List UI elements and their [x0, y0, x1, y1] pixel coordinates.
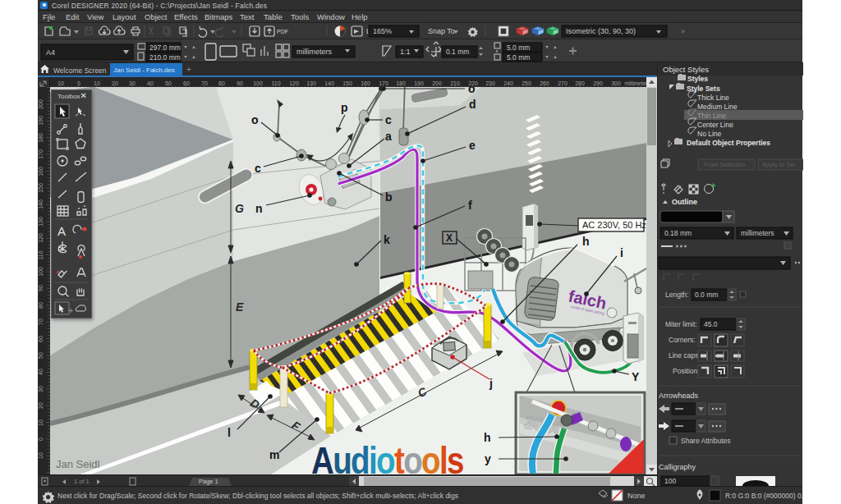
svg-text:100: 100 — [253, 80, 263, 86]
svg-text:y: y — [485, 452, 491, 465]
svg-text:0: 0 — [77, 80, 80, 86]
svg-text:180: 180 — [38, 133, 44, 143]
svg-text:AC 230V, 50 Hz: AC 230V, 50 Hz — [582, 220, 646, 230]
svg-text:e: e — [469, 139, 476, 152]
svg-text:Share Attributes: Share Attributes — [681, 437, 730, 445]
svg-text:5.0 mm: 5.0 mm — [507, 44, 530, 52]
svg-text:j: j — [489, 377, 493, 390]
svg-text:70: 70 — [38, 318, 44, 325]
svg-text:45.0: 45.0 — [704, 320, 718, 328]
svg-text:c: c — [385, 113, 392, 126]
svg-text:90: 90 — [237, 80, 243, 86]
svg-text:Position:: Position: — [673, 367, 700, 375]
svg-text:Miter limit:: Miter limit: — [665, 320, 697, 328]
svg-text:0.18 mm: 0.18 mm — [664, 229, 692, 237]
svg-text:210: 210 — [450, 80, 460, 86]
svg-text:h: h — [484, 431, 491, 444]
svg-text:140: 140 — [324, 80, 334, 86]
svg-text:Calligraphy: Calligraphy — [659, 463, 696, 471]
svg-text:From Selection: From Selection — [704, 161, 745, 168]
svg-text:100: 100 — [664, 477, 676, 485]
svg-text:40: 40 — [38, 369, 44, 375]
svg-text:250: 250 — [522, 80, 531, 86]
svg-text:0: 0 — [38, 438, 44, 441]
svg-text:Y: Y — [632, 370, 640, 383]
svg-text:220: 220 — [468, 80, 478, 86]
svg-text:120: 120 — [289, 80, 299, 86]
svg-text:50: 50 — [165, 80, 172, 86]
svg-text:210.0 mm: 210.0 mm — [149, 53, 181, 62]
svg-text:70: 70 — [201, 80, 208, 86]
svg-text:140: 140 — [38, 199, 44, 209]
svg-text:G: G — [235, 202, 244, 215]
svg-text:A: A — [57, 224, 66, 238]
svg-text:170: 170 — [38, 149, 44, 159]
svg-text:120: 120 — [38, 233, 44, 243]
svg-text:0.1 mm: 0.1 mm — [446, 48, 469, 56]
svg-text:millimeters: millimeters — [741, 229, 774, 237]
svg-text:60: 60 — [183, 80, 190, 86]
svg-text:280: 280 — [575, 80, 585, 86]
svg-text:0.0 mm: 0.0 mm — [695, 291, 718, 299]
svg-text:Apply to Sel: Apply to Sel — [762, 161, 795, 168]
svg-text:10: 10 — [57, 80, 64, 86]
svg-text:240: 240 — [503, 80, 513, 86]
svg-text:200: 200 — [38, 99, 44, 109]
svg-text:160: 160 — [38, 167, 44, 176]
svg-text:millimeters: millimeters — [296, 48, 333, 56]
svg-text:10: 10 — [94, 80, 100, 86]
svg-text:190: 190 — [38, 116, 44, 126]
svg-text:130: 130 — [306, 80, 316, 86]
svg-text:180: 180 — [396, 80, 406, 86]
svg-text:165%: 165% — [373, 27, 392, 35]
svg-text:1:1: 1:1 — [400, 48, 411, 56]
svg-text:110: 110 — [271, 80, 280, 86]
svg-text:30: 30 — [129, 80, 136, 86]
svg-text:300: 300 — [611, 80, 621, 86]
svg-text:h: h — [582, 235, 590, 248]
svg-text:190: 190 — [414, 80, 424, 86]
svg-text:d: d — [469, 98, 476, 111]
svg-text:160: 160 — [361, 80, 370, 86]
svg-text:5.0 mm: 5.0 mm — [507, 53, 530, 62]
svg-text:30: 30 — [38, 386, 44, 392]
svg-text:297.0 mm: 297.0 mm — [149, 44, 181, 52]
svg-text:PDF: PDF — [277, 29, 288, 34]
svg-text:Length:: Length: — [665, 291, 688, 299]
svg-text:n: n — [255, 202, 263, 215]
svg-text:290: 290 — [593, 80, 603, 86]
svg-text:c: c — [255, 162, 261, 175]
svg-text:150: 150 — [342, 80, 352, 86]
svg-text:80: 80 — [38, 302, 44, 309]
svg-text:A4: A4 — [46, 48, 55, 57]
svg-text:i: i — [620, 246, 623, 259]
svg-text:270: 270 — [558, 80, 568, 86]
svg-text:p: p — [341, 101, 348, 114]
svg-text:E: E — [236, 300, 244, 314]
svg-text:150: 150 — [38, 183, 44, 193]
svg-text:Jan Seidl: Jan Seidl — [56, 458, 100, 470]
svg-text:20: 20 — [112, 80, 118, 86]
svg-text:o: o — [468, 87, 476, 95]
svg-text:50: 50 — [38, 352, 44, 359]
svg-text:X: X — [446, 232, 453, 244]
svg-text:10: 10 — [38, 419, 44, 426]
svg-text:1 of 1: 1 of 1 — [74, 478, 90, 485]
svg-text:Line caps:: Line caps: — [669, 351, 701, 360]
svg-text:f: f — [468, 199, 472, 212]
svg-text:b: b — [385, 190, 393, 204]
svg-text:None: None — [627, 492, 646, 500]
svg-text:Isometric (30, 90, 30): Isometric (30, 90, 30) — [566, 27, 636, 35]
svg-text:40: 40 — [147, 80, 154, 86]
svg-text:200: 200 — [432, 80, 442, 86]
svg-text:Arrowheads: Arrowheads — [659, 392, 699, 400]
svg-text:260: 260 — [540, 80, 549, 86]
svg-text:l: l — [227, 426, 231, 439]
svg-text:230: 230 — [485, 80, 495, 86]
svg-text:Corners:: Corners: — [669, 336, 696, 344]
svg-text:90: 90 — [38, 285, 44, 291]
svg-text:R:0 G:0 B:0 (#000000) 0.5: R:0 G:0 B:0 (#000000) 0.5 — [725, 492, 802, 500]
svg-text:110: 110 — [38, 250, 44, 259]
svg-text:80: 80 — [218, 80, 225, 86]
svg-text:k: k — [384, 233, 390, 246]
